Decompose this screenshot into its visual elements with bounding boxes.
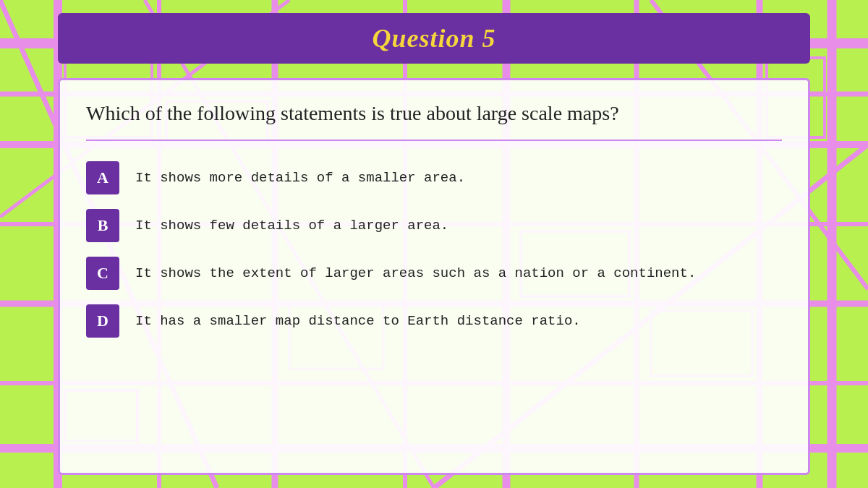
options-list: A It shows more details of a smaller are…: [86, 161, 782, 338]
option-text-b: It shows few details of a larger area.: [135, 216, 448, 236]
question-title-bar: Question 5: [58, 13, 810, 64]
option-row-b[interactable]: B It shows few details of a larger area.: [86, 209, 782, 242]
option-badge-b[interactable]: B: [86, 209, 119, 242]
option-row-c[interactable]: C It shows the extent of larger areas su…: [86, 257, 782, 290]
option-badge-c[interactable]: C: [86, 257, 119, 290]
option-text-d: It has a smaller map distance to Earth d…: [135, 312, 581, 331]
option-row-a[interactable]: A It shows more details of a smaller are…: [86, 161, 782, 194]
option-row-d[interactable]: D It has a smaller map distance to Earth…: [86, 304, 782, 338]
option-text-a: It shows more details of a smaller area.: [135, 168, 465, 188]
question-title: Question 5: [80, 23, 788, 53]
option-text-c: It shows the extent of larger areas such…: [135, 264, 696, 283]
option-badge-d[interactable]: D: [86, 304, 119, 338]
question-card: Which of the following statements is tru…: [58, 78, 810, 475]
question-text: Which of the following statements is tru…: [86, 100, 782, 141]
option-badge-a[interactable]: A: [86, 161, 119, 194]
